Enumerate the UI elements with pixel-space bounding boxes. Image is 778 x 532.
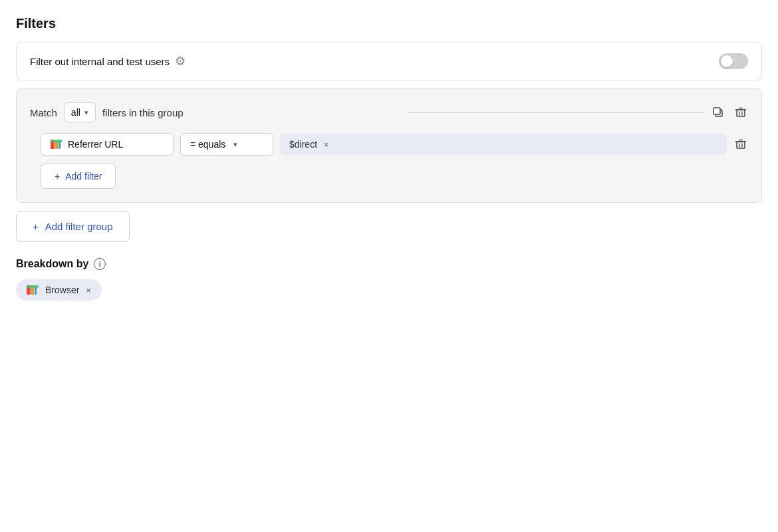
breakdown-info-icon[interactable]: i (94, 258, 106, 270)
delete-group-button[interactable] (733, 105, 748, 120)
svg-rect-1 (713, 108, 720, 114)
add-filter-group-label: Add filter group (45, 221, 113, 232)
svg-rect-2 (737, 110, 745, 116)
filter-value-tag: $direct × (280, 134, 727, 155)
breakdown-tag-label: Browser (45, 285, 79, 295)
match-value: all (71, 107, 80, 118)
breakdown-title: Breakdown by i (16, 258, 762, 270)
operator-chevron-icon: ▾ (233, 140, 237, 149)
filters-in-group-text: filters in this group (102, 107, 399, 118)
svg-rect-11 (737, 142, 745, 148)
svg-rect-19 (27, 285, 39, 288)
add-filter-group-button[interactable]: + Add filter group (16, 211, 130, 242)
delete-condition-button[interactable] (733, 137, 748, 152)
gear-icon[interactable]: ⚙ (175, 54, 186, 68)
remove-value-button[interactable]: × (324, 140, 329, 150)
referrer-url-icon (51, 140, 63, 149)
internal-filter-text: Filter out internal and test users (30, 56, 170, 67)
svg-rect-10 (51, 140, 63, 142)
filter-value-text: $direct (289, 139, 317, 150)
filter-field-selector[interactable]: Referrer URL (41, 133, 174, 156)
match-actions (711, 105, 748, 120)
filter-field-label: Referrer URL (68, 139, 123, 150)
add-filter-label: Add filter (65, 171, 102, 182)
internal-filter-label: Filter out internal and test users ⚙ (30, 54, 186, 68)
breakdown-tag: Browser × (16, 279, 102, 301)
operator-label: = equals (190, 139, 225, 150)
filter-condition-row: Referrer URL = equals ▾ $direct × (41, 133, 748, 156)
filter-group-card: Match all ▾ filters in this group (16, 88, 762, 203)
browser-icon (27, 285, 39, 295)
operator-selector[interactable]: = equals ▾ (180, 133, 273, 156)
match-row: Match all ▾ filters in this group (30, 102, 748, 122)
internal-filter-toggle[interactable] (719, 53, 748, 69)
add-filter-plus-icon: + (55, 171, 60, 182)
add-filter-group-plus-icon: + (33, 221, 39, 232)
breakdown-title-text: Breakdown by (16, 258, 88, 270)
chevron-down-icon: ▾ (84, 108, 88, 117)
internal-filter-card: Filter out internal and test users ⚙ (16, 42, 762, 80)
copy-group-button[interactable] (711, 105, 725, 120)
remove-breakdown-button[interactable]: × (86, 285, 91, 295)
match-select[interactable]: all ▾ (64, 102, 96, 122)
separator-line (408, 112, 704, 113)
page-title: Filters (16, 16, 762, 31)
breakdown-section: Breakdown by i Browser × (16, 258, 762, 301)
match-label: Match (30, 107, 57, 118)
add-filter-button[interactable]: + Add filter (41, 164, 116, 189)
